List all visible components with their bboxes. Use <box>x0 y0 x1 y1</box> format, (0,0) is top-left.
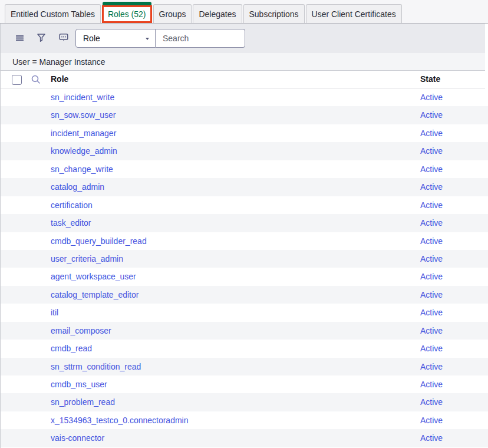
role-link[interactable]: itil <box>51 308 58 317</box>
search-field-select[interactable]: Role <box>75 29 156 48</box>
table-row: x_1534963_testco_0.connectoradmin Active <box>1 411 488 429</box>
select-all-checkbox[interactable] <box>12 75 22 85</box>
role-link[interactable]: agent_workspace_user <box>51 272 136 281</box>
role-link[interactable]: sn_sttrm_condition_read <box>51 362 141 371</box>
filter-condition[interactable]: User = Manager Instance <box>12 57 105 67</box>
state-value[interactable]: Active <box>420 93 443 102</box>
table-row: sn_sow.sow_user Active <box>1 106 488 124</box>
role-link[interactable]: vais-connector <box>51 433 104 443</box>
comment-button[interactable] <box>59 33 68 44</box>
role-link[interactable]: sn_change_write <box>51 164 113 174</box>
table-body: sn_incident_write Active sn_sow.sow_user… <box>1 88 488 447</box>
tab-delegates[interactable]: Delegates <box>193 2 242 23</box>
role-link[interactable]: task_editor <box>51 218 91 228</box>
state-value[interactable]: Active <box>420 146 443 156</box>
comment-icon <box>59 33 68 44</box>
role-link[interactable]: x_1534963_testco_0.connectoradmin <box>51 416 189 425</box>
role-link[interactable]: sn_problem_read <box>51 397 115 407</box>
filter-button[interactable] <box>37 33 46 44</box>
tab-label: Groups <box>159 9 186 19</box>
table-row: certification Active <box>1 196 488 214</box>
search-field-value: Role <box>83 34 100 43</box>
table-row: sn_problem_read Active <box>1 393 488 411</box>
table-row: email_composer Active <box>1 322 488 340</box>
table-row: cmdb_ms_user Active <box>1 375 488 393</box>
menu-icon <box>15 34 24 44</box>
state-value[interactable]: Active <box>420 272 443 281</box>
table-row: knowledge_admin Active <box>1 142 488 160</box>
list-search: Role <box>75 29 245 48</box>
role-link[interactable]: email_composer <box>51 326 111 335</box>
column-header-role[interactable]: Role <box>51 74 68 84</box>
tab-user-client-certificates[interactable]: User Client Certificates <box>306 2 402 23</box>
tab-entitled-custom-tables[interactable]: Entitled Custom Tables <box>5 2 101 23</box>
role-link[interactable]: certification <box>51 200 93 210</box>
column-search-icon[interactable] <box>31 75 41 87</box>
role-link[interactable]: user_criteria_admin <box>51 254 123 263</box>
state-value[interactable]: Active <box>420 290 443 299</box>
table-row: cmdb_read Active <box>1 340 488 357</box>
state-value[interactable]: Active <box>420 326 443 335</box>
state-value[interactable]: Active <box>420 254 443 263</box>
state-value[interactable]: Active <box>420 433 443 443</box>
role-link[interactable]: sn_sow.sow_user <box>51 110 116 120</box>
state-value[interactable]: Active <box>420 164 443 174</box>
table-row: sn_incident_write Active <box>1 88 488 106</box>
table-header: Role State <box>1 71 485 88</box>
role-link[interactable]: catalog_admin <box>51 182 104 192</box>
role-link[interactable]: cmdb_read <box>51 344 92 353</box>
state-value[interactable]: Active <box>420 308 443 317</box>
tab-label: Entitled Custom Tables <box>11 9 95 19</box>
state-value[interactable]: Active <box>420 397 443 407</box>
state-value[interactable]: Active <box>420 182 443 192</box>
state-value[interactable]: Active <box>420 129 443 138</box>
role-link[interactable]: incident_manager <box>51 129 116 138</box>
tab-groups[interactable]: Groups <box>153 2 192 23</box>
breadcrumb: User = Manager Instance <box>1 53 485 71</box>
role-link[interactable]: sn_incident_write <box>51 93 114 102</box>
table-row: incident_manager Active <box>1 124 488 142</box>
state-value[interactable]: Active <box>420 416 443 425</box>
tab-subscriptions[interactable]: Subscriptions <box>243 2 305 23</box>
state-value[interactable]: Active <box>420 110 443 120</box>
tab-bar: Entitled Custom Tables Roles (52) Groups… <box>0 0 488 24</box>
chevron-down-icon <box>146 38 149 40</box>
tab-label: User Client Certificates <box>312 9 396 19</box>
filter-icon <box>37 33 46 44</box>
list-panel: Role User = Manager Instance Role State … <box>0 24 488 448</box>
list-menu-button[interactable] <box>15 34 24 44</box>
table-row: catalog_template_editor Active <box>1 286 488 304</box>
table-row: cmdb_query_builder_read Active <box>1 232 488 250</box>
table-row: vais-connector Active <box>1 429 488 447</box>
state-value[interactable]: Active <box>420 236 443 246</box>
table-row: agent_workspace_user Active <box>1 268 488 285</box>
column-header-state[interactable]: State <box>420 74 440 84</box>
table-row: catalog_admin Active <box>1 178 488 196</box>
tab-label: Roles (52) <box>108 9 146 19</box>
table-row: task_editor Active <box>1 214 488 232</box>
tab-roles-52[interactable]: Roles (52) <box>102 2 152 23</box>
state-value[interactable]: Active <box>420 344 443 353</box>
list-toolbar: Role <box>1 24 485 53</box>
role-link[interactable]: cmdb_query_builder_read <box>51 236 147 246</box>
role-link[interactable]: cmdb_ms_user <box>51 380 107 389</box>
role-link[interactable]: knowledge_admin <box>51 146 117 156</box>
tab-label: Subscriptions <box>249 9 299 19</box>
table-row: sn_sttrm_condition_read Active <box>1 358 488 375</box>
state-value[interactable]: Active <box>420 218 443 228</box>
state-value[interactable]: Active <box>420 380 443 389</box>
table-row: user_criteria_admin Active <box>1 250 488 268</box>
search-input[interactable] <box>156 29 245 48</box>
table-row: itil Active <box>1 304 488 321</box>
tab-label: Delegates <box>199 9 236 19</box>
state-value[interactable]: Active <box>420 200 443 210</box>
state-value[interactable]: Active <box>420 362 443 371</box>
role-link[interactable]: catalog_template_editor <box>51 290 139 299</box>
table-row: sn_change_write Active <box>1 160 488 178</box>
